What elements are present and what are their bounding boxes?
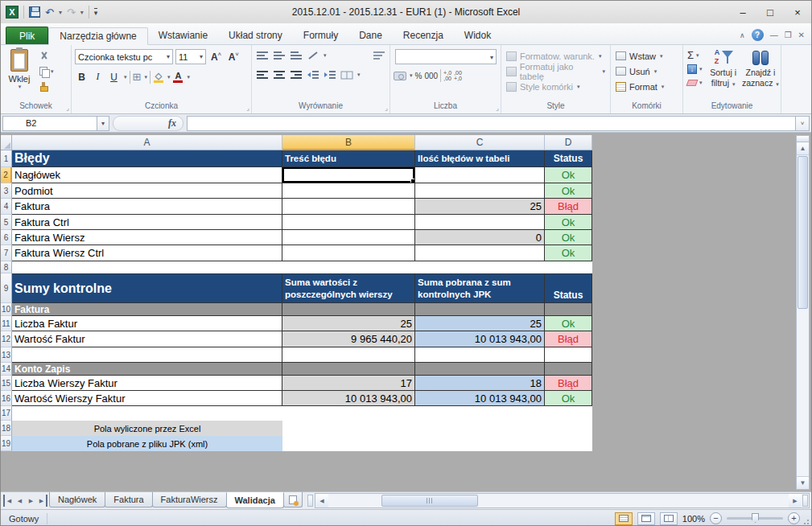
align-center-button[interactable] — [272, 68, 286, 81]
find-select-button[interactable]: Znajdź i zaznacz ▾ — [742, 47, 779, 101]
cell-C5[interactable] — [415, 215, 545, 230]
cell-C11[interactable]: 25 — [415, 316, 545, 331]
cell-A16[interactable]: Wartość Wierszy Faktur — [12, 391, 282, 406]
tab-review[interactable]: Recenzja — [393, 27, 454, 44]
collapse-ribbon-icon[interactable]: ∧ — [740, 31, 745, 39]
cell-D16[interactable]: Ok — [545, 391, 592, 406]
font-dialog-launcher-icon[interactable]: ⌟ — [246, 105, 249, 112]
cell-D5[interactable]: Ok — [545, 215, 592, 230]
number-format-combo[interactable]: ▾ — [395, 49, 497, 64]
italic-button[interactable]: I — [91, 70, 105, 84]
cell-C4[interactable]: 25 — [415, 199, 545, 215]
align-bottom-button[interactable] — [289, 49, 303, 62]
cell-D19[interactable] — [545, 436, 592, 451]
cell-B5[interactable] — [282, 215, 415, 230]
customize-qat-icon[interactable]: ▾ — [94, 8, 98, 17]
format-as-table-button[interactable]: Formatuj jako tabelę▾ — [503, 64, 608, 79]
paste-button[interactable]: Wklej ▾ — [2, 47, 36, 101]
cell-D12[interactable]: Błąd — [545, 331, 592, 347]
close-button[interactable]: × — [784, 1, 811, 23]
column-header-D[interactable]: D — [545, 135, 592, 150]
cell-A5[interactable]: Faktura Ctrl — [12, 215, 282, 230]
cell-C16[interactable]: 10 013 943,00 — [415, 391, 545, 406]
grow-font-button[interactable]: A˄ — [208, 51, 224, 63]
cell-B7[interactable] — [282, 245, 415, 261]
cell-C10[interactable] — [415, 303, 545, 316]
cell-A17[interactable] — [12, 406, 282, 421]
redo-icon[interactable]: ↷ — [67, 7, 76, 18]
cell-B4[interactable] — [282, 199, 415, 215]
shrink-font-button[interactable]: A˅ — [226, 51, 241, 63]
format-painter-button[interactable] — [39, 80, 54, 92]
scroll-right-icon[interactable]: ▶ — [789, 494, 802, 508]
cell-B15[interactable]: 17 — [282, 376, 415, 391]
row-header-3[interactable]: 3 — [1, 183, 12, 199]
cell-C17[interactable] — [415, 406, 545, 421]
font-color-button[interactable]: A — [172, 71, 183, 83]
cell-A2[interactable]: Nagłówek — [12, 167, 282, 183]
last-sheet-icon[interactable]: ▶ — [37, 495, 47, 507]
cell-D9[interactable]: Status — [545, 273, 592, 303]
cell-A14[interactable]: Konto Zapis — [12, 363, 282, 376]
cut-button[interactable] — [39, 50, 54, 62]
insert-worksheet-tab[interactable] — [283, 492, 303, 508]
cell-D11[interactable]: Ok — [545, 316, 592, 331]
row-header-17[interactable]: 17 — [1, 406, 12, 421]
cell-A3[interactable]: Podmiot — [12, 183, 282, 199]
decrease-indent-button[interactable] — [306, 68, 320, 81]
scroll-up-icon[interactable]: ▲ — [797, 142, 809, 155]
cell-A1[interactable]: Błędy — [12, 150, 282, 167]
row-header-12[interactable]: 12 — [1, 331, 12, 347]
decrease-decimal-button[interactable]: ,00+,0 — [454, 70, 462, 81]
cell-C15[interactable]: 18 — [415, 376, 545, 391]
undo-icon[interactable]: ↶ — [45, 7, 54, 18]
comma-style-button[interactable]: 000 — [424, 72, 438, 80]
cell-A18[interactable]: Pola wyliczone przez Excel — [12, 421, 282, 436]
resize-grip[interactable] — [802, 517, 810, 525]
cell-D10[interactable] — [545, 303, 592, 316]
merge-center-button[interactable] — [340, 68, 354, 81]
name-box[interactable]: B2 — [2, 116, 97, 131]
cell-C19[interactable] — [415, 436, 545, 451]
cell-C7[interactable] — [415, 245, 545, 261]
borders-icon[interactable]: ⊞ — [133, 71, 142, 83]
cell-A19[interactable]: Pola pobrane z pliku JPK (xml) — [12, 436, 282, 451]
percent-style-button[interactable]: % — [415, 72, 422, 80]
orientation-button[interactable] — [306, 49, 320, 62]
formula-input[interactable] — [187, 116, 795, 131]
accounting-format-icon[interactable] — [394, 72, 406, 80]
row-header-8[interactable]: 8 — [1, 261, 12, 273]
sheet-tab-nagłówek[interactable]: Nagłówek — [49, 492, 105, 508]
cell-D13[interactable] — [545, 347, 592, 363]
undo-caret-icon[interactable]: ▾ — [59, 9, 62, 16]
cell-A6[interactable]: Faktura Wiersz — [12, 230, 282, 245]
cell-B12[interactable]: 9 965 440,20 — [282, 331, 415, 347]
wrap-text-button[interactable] — [372, 49, 386, 62]
minimize-button[interactable]: – — [729, 1, 756, 23]
clear-button[interactable]: ▾ — [687, 76, 703, 88]
cell-C1[interactable]: Ilość błędów w tabeli — [415, 150, 545, 167]
clipboard-dialog-launcher-icon[interactable]: ⌟ — [66, 105, 69, 112]
redo-caret-icon[interactable]: ▾ — [80, 9, 84, 16]
cell-A9[interactable]: Sumy kontrolne — [12, 273, 282, 303]
cell-C14[interactable] — [415, 363, 545, 376]
cell-A15[interactable]: Liczba Wierszy Faktur — [12, 376, 282, 391]
sort-filter-button[interactable]: AZ Sortuj i filtruj ▾ — [705, 47, 742, 101]
cell-D15[interactable]: Błąd — [545, 376, 592, 391]
tab-insert[interactable]: Wstawianie — [148, 27, 218, 44]
cell-C6[interactable]: 0 — [415, 230, 545, 245]
alignment-dialog-launcher-icon[interactable]: ⌟ — [385, 105, 388, 112]
tab-data[interactable]: Dane — [348, 27, 393, 44]
cell-D8[interactable] — [545, 261, 592, 273]
save-icon[interactable] — [29, 6, 40, 18]
cell-C3[interactable] — [415, 183, 545, 199]
row-header-4[interactable]: 4 — [1, 199, 12, 215]
tab-file[interactable]: Plik — [6, 27, 48, 44]
row-header-11[interactable]: 11 — [1, 316, 12, 331]
copy-button[interactable]: ▾ — [39, 65, 54, 77]
bold-button[interactable]: B — [75, 70, 89, 84]
cell-B9[interactable]: Suma wartości z poszczególnych wierszy — [282, 273, 415, 303]
tab-formulas[interactable]: Formuły — [293, 27, 348, 44]
row-header-16[interactable]: 16 — [1, 391, 12, 406]
fill-button[interactable]: ↓▾ — [687, 63, 703, 75]
